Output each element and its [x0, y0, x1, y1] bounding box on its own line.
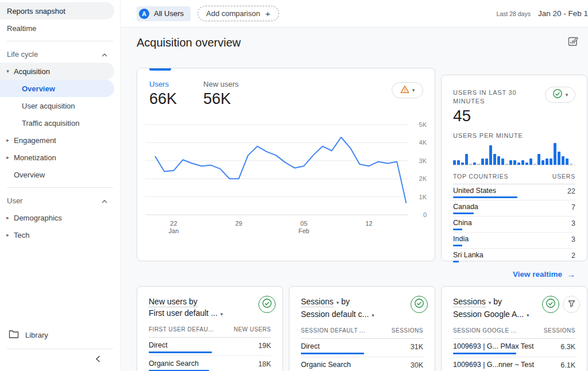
- chevron-left-icon: [94, 355, 102, 365]
- realtime-card: USERS IN LAST 30 MINUTES ▾ 45 USERS PER …: [441, 75, 587, 261]
- card-title: Sessions▾ bySession default c...▾: [301, 296, 423, 321]
- card-title-line1: Sessions▾ by: [301, 296, 423, 308]
- sidebar-item-tech[interactable]: ▸Tech: [0, 226, 114, 244]
- sidebar-divider: [7, 41, 113, 41]
- sidebar-item-demographics[interactable]: ▸Demographics: [0, 209, 114, 226]
- sessions-by-campaign-card: Sessions▾ bySession Google A...▾SESSION …: [441, 286, 587, 371]
- sidebar-section-label: User: [7, 196, 22, 205]
- minute-bar: [546, 159, 548, 165]
- country-cell: China: [453, 219, 472, 230]
- card-title-line1: New users by: [149, 296, 271, 307]
- minute-bar: [517, 163, 520, 165]
- minute-bar: [550, 159, 552, 165]
- view-realtime-link[interactable]: View realtime →: [453, 269, 575, 279]
- sidebar-item-label: Overview: [22, 84, 55, 93]
- minute-bar: [525, 163, 528, 165]
- realtime-title: USERS IN LAST 30 MINUTES: [453, 87, 545, 106]
- sidebar-section-life-cycle[interactable]: Life cycle: [0, 45, 120, 63]
- x-axis-tick-label: 22: [170, 220, 177, 227]
- row-label: Organic Search: [149, 360, 209, 368]
- realtime-quality-dropdown[interactable]: ▾: [545, 87, 575, 103]
- check-circle-icon: [552, 88, 563, 101]
- triangle-right-icon: ▸: [3, 232, 12, 238]
- chevron-up-icon: [102, 50, 107, 59]
- country-users-value: 7: [571, 203, 575, 211]
- row-value: 6.1K: [560, 361, 575, 369]
- chevron-down-icon: ▾: [220, 311, 223, 317]
- minute-bar: [457, 160, 460, 165]
- users-per-minute-label: USERS PER MINUTE: [453, 132, 575, 139]
- sidebar-item-engagement[interactable]: ▸Engagement: [0, 132, 114, 149]
- triangle-right-icon: ▸: [3, 154, 12, 160]
- metric-value: 56K: [203, 90, 238, 108]
- check-circle-icon: [262, 298, 272, 311]
- sidebar-item-label: Tech: [14, 231, 29, 239]
- sidebar-item-traffic-acquisition[interactable]: Traffic acquisition: [0, 114, 114, 132]
- sidebar-item-overview[interactable]: Overview: [0, 166, 114, 183]
- page-title: Acquisition overview: [137, 36, 241, 49]
- dimension-column-header: FIRST USER DEFAU...: [149, 326, 214, 333]
- card-title: New users byFirst user default ...▾: [149, 296, 271, 320]
- sidebar-item-overview[interactable]: Overview: [0, 80, 114, 97]
- add-comparison-button[interactable]: Add comparison +: [198, 6, 279, 21]
- metric-selector[interactable]: Sessions: [453, 297, 486, 307]
- table-row: 1009693 | G... PMax Test6.3K: [453, 339, 575, 357]
- all-users-segment-chip[interactable]: A All Users: [137, 6, 191, 21]
- minute-bar: [558, 152, 560, 165]
- country-bar: [453, 229, 462, 230]
- dimension-label: First user default ...: [149, 308, 218, 318]
- filter-button[interactable]: [563, 296, 580, 313]
- metric-selector[interactable]: New users by: [149, 297, 198, 307]
- sessions-by-channel-card: Sessions▾ bySession default c...▾SESSION…: [289, 286, 435, 371]
- all-users-label: All Users: [154, 9, 184, 18]
- row-value: 6.3K: [560, 342, 575, 351]
- sidebar-item-monetization[interactable]: ▸Monetization: [0, 149, 114, 166]
- data-quality-button[interactable]: [258, 296, 276, 313]
- metric-selector[interactable]: Sessions: [301, 297, 334, 307]
- collapse-sidebar-button[interactable]: [94, 355, 102, 365]
- row-dimension-cell: 1009693 | G...nner ~ Test: [453, 361, 534, 371]
- dimension-selector[interactable]: First user default ...▾: [149, 307, 271, 320]
- country-cell: India: [453, 235, 469, 246]
- date-range-picker[interactable]: Last 28 days Jan 20 - Feb 1: [496, 9, 588, 18]
- sidebar-section-user[interactable]: User: [0, 192, 120, 209]
- row-dimension-cell: 1009693 | G... PMax Test: [453, 342, 534, 354]
- sidebar-item-label: Engagement: [14, 136, 56, 145]
- new-users-by-channel-card: New users byFirst user default ...▾FIRST…: [137, 286, 283, 371]
- minute-bar: [473, 163, 476, 165]
- table-row: United States22: [453, 184, 575, 200]
- sidebar-item-reports-snapshot[interactable]: Reports snapshot: [0, 2, 114, 20]
- minute-bar: [513, 160, 516, 165]
- sidebar-item-label: Overview: [14, 171, 45, 179]
- row-dimension-cell: Organic Search: [301, 361, 362, 371]
- country-cell: United States: [453, 187, 517, 198]
- tab-new-users-metric[interactable]: New users 56K: [203, 80, 238, 108]
- sidebar-item-acquisition[interactable]: ▾Acquisition: [0, 63, 114, 80]
- country-name: China: [453, 219, 472, 227]
- country-bar: [453, 245, 462, 246]
- sidebar-item-realtime[interactable]: Realtime: [0, 20, 114, 37]
- minute-bar: [469, 164, 472, 165]
- sidebar-item-label: Monetization: [14, 153, 56, 162]
- tab-users-metric[interactable]: Users 66K: [149, 80, 177, 108]
- metric-label: Users: [149, 80, 177, 88]
- y-axis-tick-label: 0: [423, 211, 427, 218]
- sidebar-item-user-acquisition[interactable]: User acquisition: [0, 97, 114, 114]
- titlebar: Acquisition overview: [121, 28, 588, 57]
- data-quality-button[interactable]: [542, 296, 559, 313]
- report-nav-sidebar: Reports snapshotRealtimeLife cycle▾Acqui…: [0, 0, 121, 371]
- sidebar-item-library[interactable]: Library: [0, 326, 120, 344]
- customize-report-button[interactable]: [567, 36, 579, 49]
- library-label: Library: [25, 331, 48, 339]
- table-row: Direct19K: [149, 338, 271, 356]
- minute-bar: [566, 159, 568, 165]
- data-quality-dropdown[interactable]: ▾: [392, 82, 423, 98]
- minute-bar: [505, 164, 508, 165]
- dimension-column-header: SESSION DEFAULT ...: [301, 327, 365, 334]
- data-quality-button[interactable]: [411, 296, 428, 313]
- sidebar-item-label: Reports snapshot: [7, 7, 65, 16]
- minute-bar: [570, 164, 572, 165]
- realtime-users-value: 45: [453, 107, 575, 125]
- top-countries-table: United States22Canada7China3India3Sri La…: [453, 184, 575, 264]
- dimension-selector[interactable]: Session default c...▾: [301, 308, 423, 321]
